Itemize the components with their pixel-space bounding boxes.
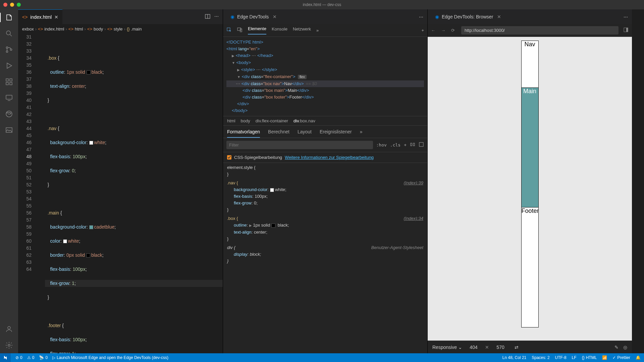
tab-edge-devtools-browser[interactable]: ◉ Edge DevTools: Browser ✕ xyxy=(432,14,504,19)
svg-point-2 xyxy=(6,47,8,49)
encoding-status[interactable]: UTF-8 xyxy=(555,355,567,360)
styles-filter-input[interactable] xyxy=(226,141,373,149)
maximize-window-button[interactable] xyxy=(17,3,21,7)
svg-rect-5 xyxy=(6,79,8,81)
indentation-status[interactable]: Spaces: 2 xyxy=(532,355,549,360)
breadcrumbs[interactable]: exbox› <>index.html› <>html› <>body› <>s… xyxy=(18,24,223,34)
css-mirror-checkbox[interactable] xyxy=(227,155,231,160)
errors-status[interactable]: ⊘ 0 xyxy=(15,355,22,360)
notifications-icon[interactable]: 🔔 xyxy=(636,355,641,360)
svg-line-1 xyxy=(10,35,12,36)
close-tab-icon[interactable]: ✕ xyxy=(54,14,58,20)
launch-task-button[interactable]: ▷ Launch Microsoft Edge and open the Edg… xyxy=(52,355,168,360)
settings-gear-icon[interactable] xyxy=(4,341,14,350)
devtools-panel: ◉ Edge DevTools ✕ ⋯ Elemente Konsole Net… xyxy=(223,9,427,353)
tab-styles[interactable]: Formatvorlagen xyxy=(227,129,260,138)
device-toggle-icon[interactable] xyxy=(237,27,243,34)
edge-icon[interactable] xyxy=(4,109,14,119)
rule-selector[interactable]: .box { xyxy=(227,215,238,222)
breadcrumb-item[interactable]: body xyxy=(94,26,103,32)
svg-rect-24 xyxy=(626,28,628,32)
forward-button-icon[interactable]: → xyxy=(441,28,446,33)
more-tabs-icon[interactable]: » xyxy=(316,28,319,33)
tab-computed[interactable]: Berechnet xyxy=(268,129,289,138)
breadcrumb-item[interactable]: index.html xyxy=(44,26,64,32)
add-tab-icon[interactable]: + xyxy=(421,28,424,33)
browser-footer: Responsive ⌄ ✕ ⇄ ✎ ◎ xyxy=(428,341,632,353)
rendered-nav: Nav xyxy=(522,41,538,88)
browser-viewport[interactable]: Nav Main Footer xyxy=(428,37,632,341)
remote-explorer-icon[interactable] xyxy=(4,93,14,103)
search-icon[interactable] xyxy=(4,29,14,38)
close-window-button[interactable] xyxy=(3,3,7,7)
eyedropper-icon[interactable]: ✎ xyxy=(614,345,619,350)
reload-button-icon[interactable]: ⟳ xyxy=(451,28,457,33)
dock-side-icon[interactable] xyxy=(623,27,629,34)
ports-status[interactable]: 📡 0 xyxy=(39,355,48,360)
code-editor[interactable]: 3132333435363738394041424344454647484950… xyxy=(18,34,223,353)
flex-editor-icon[interactable] xyxy=(410,142,415,148)
extensions-icon[interactable] xyxy=(4,77,14,86)
edge-icon: ◉ xyxy=(230,14,234,19)
responsive-select[interactable]: Responsive ⌄ xyxy=(432,345,462,350)
remote-button[interactable] xyxy=(0,353,11,362)
tab-network[interactable]: Netzwerk xyxy=(293,26,311,34)
viewport-width-input[interactable] xyxy=(467,345,480,350)
source-control-icon[interactable] xyxy=(4,45,14,54)
breadcrumb-item[interactable]: html xyxy=(75,26,83,32)
tab-layout[interactable]: Layout xyxy=(298,129,312,138)
language-mode[interactable]: {} HTML xyxy=(582,355,597,360)
rule-source-link[interactable]: (Index):34 xyxy=(404,215,423,222)
rule-source-link[interactable]: (Index):39 xyxy=(404,180,423,186)
breadcrumb-item[interactable]: style xyxy=(114,26,123,32)
rotate-icon[interactable]: ⇄ xyxy=(515,345,519,350)
cls-toggle[interactable]: .cls xyxy=(390,142,400,147)
computed-toggle-icon[interactable] xyxy=(419,142,424,148)
more-actions-icon[interactable]: ⋯ xyxy=(624,14,628,19)
dom-breadcrumbs[interactable]: html body div.flex-container div.box.nav xyxy=(223,116,427,126)
run-debug-icon[interactable] xyxy=(4,61,14,70)
split-editor-icon[interactable] xyxy=(205,14,210,20)
breadcrumb-item[interactable]: exbox xyxy=(22,26,34,32)
inspect-element-icon[interactable] xyxy=(226,27,232,34)
more-actions-icon[interactable]: ⋯ xyxy=(214,14,219,20)
dom-tree[interactable]: <!DOCTYPE html> <html lang="en"> ▶ <head… xyxy=(223,37,427,116)
rule-selector[interactable]: .nav { xyxy=(227,180,238,186)
browser-navbar: ← → ⟳ xyxy=(428,24,632,37)
tab-elements[interactable]: Elemente xyxy=(248,26,266,35)
styles-rules[interactable]: element.style { } .nav {(Index):39 backg… xyxy=(223,163,427,353)
live-server-icon[interactable]: 📶 xyxy=(602,355,607,360)
accounts-icon[interactable] xyxy=(4,324,14,334)
css-mirror-link[interactable]: Weitere Informationen zur Spiegelbearbei… xyxy=(285,155,374,160)
tab-index-html[interactable]: <> index.html ✕ xyxy=(18,9,62,24)
minimize-window-button[interactable] xyxy=(10,3,14,7)
more-tabs-icon[interactable]: » xyxy=(360,129,363,138)
tab-console[interactable]: Konsole xyxy=(272,26,287,34)
dom-crumb[interactable]: body xyxy=(241,118,250,123)
tab-edge-devtools[interactable]: ◉ Edge DevTools ✕ xyxy=(227,14,280,19)
more-actions-icon[interactable]: ⋯ xyxy=(419,14,423,19)
warnings-status[interactable]: ⚠ 0 xyxy=(27,355,35,360)
prettier-status[interactable]: ✓ Prettier xyxy=(612,355,630,360)
target-icon[interactable]: ◎ xyxy=(623,345,627,350)
image-preview-icon[interactable] xyxy=(4,125,14,135)
close-tab-icon[interactable]: ✕ xyxy=(273,14,277,19)
code-content[interactable]: .box { outline: 1px solid black; text-al… xyxy=(38,34,223,353)
url-input[interactable] xyxy=(461,26,619,35)
viewport-height-input[interactable] xyxy=(494,345,507,350)
hov-toggle[interactable]: :hov xyxy=(376,142,387,147)
breadcrumb-item[interactable]: .main xyxy=(131,26,142,32)
element-style-selector[interactable]: element.style { xyxy=(227,165,256,170)
dom-crumb[interactable]: div.flex-container xyxy=(256,118,288,123)
explorer-icon[interactable] xyxy=(0,13,18,22)
dom-selected-node[interactable]: ⋯ <div class="box nav">Nav</div>== $0 xyxy=(226,80,424,87)
close-tab-icon[interactable]: ✕ xyxy=(497,14,501,19)
activity-bar xyxy=(0,9,18,353)
cursor-position[interactable]: Ln 48, Col 21 xyxy=(502,355,526,360)
dom-crumb[interactable]: html xyxy=(227,118,235,123)
add-rule-icon[interactable]: + xyxy=(404,142,407,147)
dom-crumb[interactable]: div.box.nav xyxy=(293,118,315,123)
back-button-icon[interactable]: ← xyxy=(431,28,436,33)
eol-status[interactable]: LF xyxy=(572,355,577,360)
tab-listeners[interactable]: Ereignislistener xyxy=(320,129,352,138)
